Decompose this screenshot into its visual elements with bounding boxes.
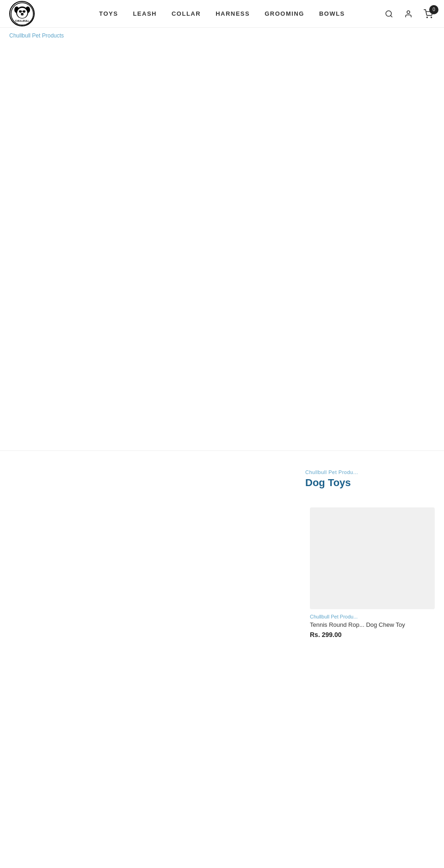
logo-circle: CHULLBULL	[9, 1, 35, 26]
svg-point-7	[21, 13, 24, 15]
nav-link-grooming[interactable]: GROOMING	[265, 10, 304, 17]
nav-links: TOYS LEASH COLLAR HARNESS GROOMING BOWLS	[99, 10, 345, 17]
svg-rect-8	[19, 10, 22, 12]
nav-link-leash[interactable]: LEASH	[133, 10, 157, 17]
svg-rect-9	[23, 10, 25, 12]
logo-icon: CHULLBULL	[11, 2, 34, 25]
nav-link-collar[interactable]: COLLAR	[172, 10, 201, 17]
user-icon	[404, 10, 413, 18]
section-header: Chullbull Pet Produ... Dog Toys	[305, 469, 435, 489]
svg-text:CHULLBULL: CHULLBULL	[15, 19, 29, 22]
cart-button[interactable]: 0	[422, 7, 435, 20]
logo-area[interactable]: CHULLBULL	[9, 1, 35, 26]
section-brand-tag: Chullbull Pet Produ...	[305, 469, 358, 475]
nav-link-bowls[interactable]: BOWLS	[319, 10, 345, 17]
account-button[interactable]	[402, 8, 414, 20]
nav-link-harness[interactable]: HARNESS	[216, 10, 250, 17]
product-brand: Chullbull Pet Produ...	[310, 614, 435, 619]
nav-icons: 0	[383, 7, 435, 20]
cart-count-badge: 0	[429, 5, 438, 14]
breadcrumb[interactable]: Chullbull Pet Products	[0, 28, 444, 44]
svg-point-14	[407, 11, 410, 13]
product-price: Rs. 299.00	[310, 631, 435, 638]
navbar: CHULLBULL TOYS LEASH COLLAR HARNESS GROO…	[0, 0, 444, 28]
svg-point-16	[431, 17, 432, 18]
search-button[interactable]	[383, 8, 395, 20]
svg-point-15	[427, 17, 428, 18]
below-hero-section: Chullbull Pet Produ... Dog Toys Chullbul…	[0, 451, 444, 657]
section-title: Dog Toys	[305, 477, 351, 489]
product-image	[310, 507, 435, 609]
svg-line-13	[390, 15, 392, 17]
product-card[interactable]: Chullbull Pet Produ... Tennis Round Rop.…	[310, 507, 435, 638]
search-icon	[385, 10, 393, 18]
product-name: Tennis Round Rop... Dog Chew Toy	[310, 621, 435, 628]
hero-banner	[0, 44, 444, 451]
nav-link-toys[interactable]: TOYS	[99, 10, 118, 17]
